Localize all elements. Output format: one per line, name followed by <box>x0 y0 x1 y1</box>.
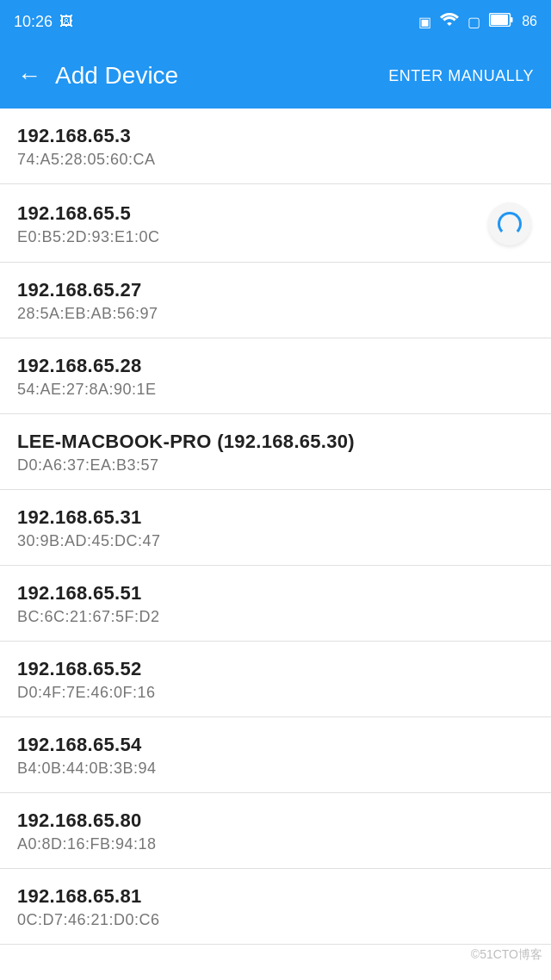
device-ip: 192.168.65.80 <box>17 809 157 832</box>
device-mac: A0:8D:16:FB:94:18 <box>17 835 157 853</box>
status-bar-left: 10:26 🖼 <box>14 13 73 31</box>
list-item[interactable]: 192.168.65.80A0:8D:16:FB:94:18 <box>0 793 551 869</box>
enter-manually-button[interactable]: ENTER MANUALLY <box>388 67 534 85</box>
device-info: 192.168.65.2854:AE:27:8A:90:1E <box>17 355 157 399</box>
watermark: ©51CTO博客 <box>471 947 542 963</box>
device-info: 192.168.65.2728:5A:EB:AB:56:97 <box>17 279 158 323</box>
list-item[interactable]: 192.168.65.2854:AE:27:8A:90:1E <box>0 338 551 414</box>
list-item[interactable]: 192.168.65.5E0:B5:2D:93:E1:0C <box>0 184 551 263</box>
wifi-icon <box>440 12 459 31</box>
device-ip: 192.168.65.31 <box>17 506 161 529</box>
device-info: 192.168.65.5E0:B5:2D:93:E1:0C <box>17 202 160 246</box>
battery-icon <box>489 13 513 30</box>
list-item[interactable]: 192.168.65.374:A5:28:05:60:CA <box>0 109 551 184</box>
device-mac: 28:5A:EB:AB:56:97 <box>17 305 158 323</box>
list-item[interactable]: 192.168.65.52D0:4F:7E:46:0F:16 <box>0 642 551 717</box>
device-mac: B4:0B:44:0B:3B:94 <box>17 760 157 778</box>
device-info: 192.168.65.374:A5:28:05:60:CA <box>17 125 156 169</box>
device-info: LEE-MACBOOK-PRO (192.168.65.30)D0:A6:37:… <box>17 431 355 474</box>
list-item[interactable]: LEE-MACBOOK-PRO (192.168.65.30)D0:A6:37:… <box>0 414 551 490</box>
list-item[interactable]: 192.168.65.54B4:0B:44:0B:3B:94 <box>0 717 551 793</box>
device-mac: BC:6C:21:67:5F:D2 <box>17 608 160 626</box>
svg-rect-1 <box>491 15 508 25</box>
device-mac: D0:A6:37:EA:B3:57 <box>17 456 355 474</box>
screen-rotation-icon: ▢ <box>467 14 480 30</box>
sim-icon: ▣ <box>418 14 431 30</box>
device-mac: 54:AE:27:8A:90:1E <box>17 381 157 399</box>
device-mac: 74:A5:28:05:60:CA <box>17 151 156 169</box>
device-ip: LEE-MACBOOK-PRO (192.168.65.30) <box>17 431 355 453</box>
device-ip: 192.168.65.28 <box>17 355 157 377</box>
device-ip: 192.168.65.3 <box>17 125 156 147</box>
list-item[interactable]: 192.168.65.3130:9B:AD:45:DC:47 <box>0 490 551 566</box>
loading-spinner <box>486 200 534 248</box>
device-ip: 192.168.65.51 <box>17 582 160 605</box>
status-bar: 10:26 🖼 ▣ ▢ 86 <box>0 0 551 43</box>
device-mac: E0:B5:2D:93:E1:0C <box>17 228 160 246</box>
status-time: 10:26 <box>14 13 53 31</box>
device-list: 192.168.65.374:A5:28:05:60:CA192.168.65.… <box>0 109 551 945</box>
device-info: 192.168.65.51BC:6C:21:67:5F:D2 <box>17 582 160 626</box>
image-icon: 🖼 <box>59 14 73 29</box>
header: ← Add Device ENTER MANUALLY <box>0 43 551 109</box>
battery-percentage: 86 <box>522 14 537 29</box>
status-bar-right: ▣ ▢ 86 <box>418 12 537 31</box>
device-ip: 192.168.65.5 <box>17 202 160 225</box>
list-item[interactable]: 192.168.65.51BC:6C:21:67:5F:D2 <box>0 566 551 642</box>
device-ip: 192.168.65.54 <box>17 734 157 756</box>
device-info: 192.168.65.3130:9B:AD:45:DC:47 <box>17 506 161 550</box>
list-item[interactable]: 192.168.65.2728:5A:EB:AB:56:97 <box>0 263 551 338</box>
list-item[interactable]: 192.168.65.810C:D7:46:21:D0:C6 <box>0 869 551 945</box>
device-mac: D0:4F:7E:46:0F:16 <box>17 684 156 702</box>
device-mac: 30:9B:AD:45:DC:47 <box>17 532 161 550</box>
device-info: 192.168.65.810C:D7:46:21:D0:C6 <box>17 885 160 929</box>
device-mac: 0C:D7:46:21:D0:C6 <box>17 911 160 929</box>
device-ip: 192.168.65.27 <box>17 279 158 301</box>
page-title: Add Device <box>55 62 178 90</box>
header-left: ← Add Device <box>17 62 178 90</box>
device-ip: 192.168.65.81 <box>17 885 160 908</box>
svg-rect-2 <box>511 17 513 22</box>
device-info: 192.168.65.54B4:0B:44:0B:3B:94 <box>17 734 157 778</box>
back-button[interactable]: ← <box>17 64 41 88</box>
device-info: 192.168.65.52D0:4F:7E:46:0F:16 <box>17 658 156 702</box>
device-ip: 192.168.65.52 <box>17 658 156 680</box>
device-info: 192.168.65.80A0:8D:16:FB:94:18 <box>17 809 157 853</box>
